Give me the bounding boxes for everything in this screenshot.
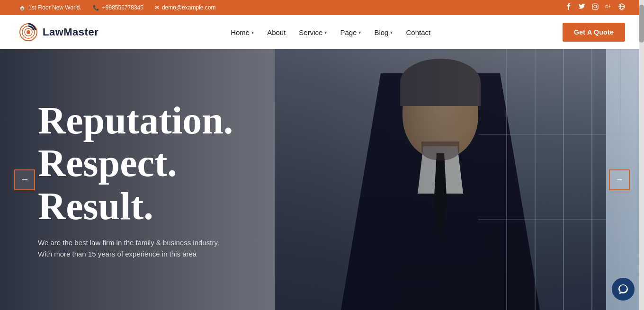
topbar: 🏠 1st Floor New World. 📞 +998556778345 ✉…	[0, 0, 644, 15]
topbar-address: 🏠 1st Floor New World.	[19, 4, 81, 11]
home-icon: 🏠	[19, 5, 26, 11]
globe-icon[interactable]	[618, 3, 625, 12]
email-icon: ✉	[155, 5, 159, 11]
nav-about[interactable]: About	[267, 28, 286, 36]
chat-icon	[617, 283, 629, 295]
hero-title: Reputation. Respect. Result.	[38, 99, 379, 228]
svg-rect-0	[592, 4, 598, 9]
hero-content: Reputation. Respect. Result. We are the …	[0, 49, 644, 310]
hero-subtitle: We are the best law firm in the family &…	[38, 237, 227, 260]
twitter-icon[interactable]	[579, 3, 585, 12]
topbar-left: 🏠 1st Floor New World. 📞 +998556778345 ✉…	[19, 4, 215, 11]
scrollbar[interactable]	[639, 0, 644, 310]
facebook-icon[interactable]	[565, 3, 572, 12]
svg-point-2	[597, 5, 598, 6]
svg-text:G+: G+	[605, 5, 611, 9]
logo-icon	[19, 23, 38, 42]
blog-arrow-icon: ▾	[390, 30, 393, 35]
service-arrow-icon: ▾	[324, 30, 327, 35]
googleplus-icon[interactable]: G+	[605, 3, 612, 12]
nav-home[interactable]: Home ▾	[231, 28, 254, 36]
topbar-email[interactable]: ✉ demo@example.com	[155, 4, 216, 11]
nav-blog[interactable]: Blog ▾	[374, 28, 393, 36]
nav-page[interactable]: Page ▾	[340, 28, 361, 36]
home-arrow-icon: ▾	[251, 30, 254, 35]
nav-contact[interactable]: Contact	[406, 28, 430, 36]
svg-point-10	[27, 30, 30, 34]
slider-prev-button[interactable]: ←	[14, 169, 35, 190]
chat-widget[interactable]	[612, 278, 635, 301]
scrollbar-thumb[interactable]	[639, 5, 644, 43]
nav-service[interactable]: Service ▾	[299, 28, 327, 36]
nav-links: Home ▾ About Service ▾ Page ▾ Blog ▾ Con…	[231, 28, 430, 36]
instagram-icon[interactable]	[592, 3, 599, 12]
hero-section: Reputation. Respect. Result. We are the …	[0, 49, 644, 310]
topbar-phone[interactable]: 📞 +998556778345	[93, 4, 143, 11]
navbar: LawMaster Home ▾ About Service ▾ Page ▾ …	[0, 15, 644, 49]
logo-text: LawMaster	[43, 26, 98, 38]
slider-next-button[interactable]: →	[609, 169, 630, 190]
page-arrow-icon: ▾	[358, 30, 361, 35]
get-quote-button[interactable]: Get A Quote	[563, 23, 625, 42]
topbar-social: G+	[565, 3, 625, 12]
phone-icon: 📞	[93, 5, 99, 11]
logo[interactable]: LawMaster	[19, 23, 98, 42]
svg-point-1	[594, 5, 597, 8]
